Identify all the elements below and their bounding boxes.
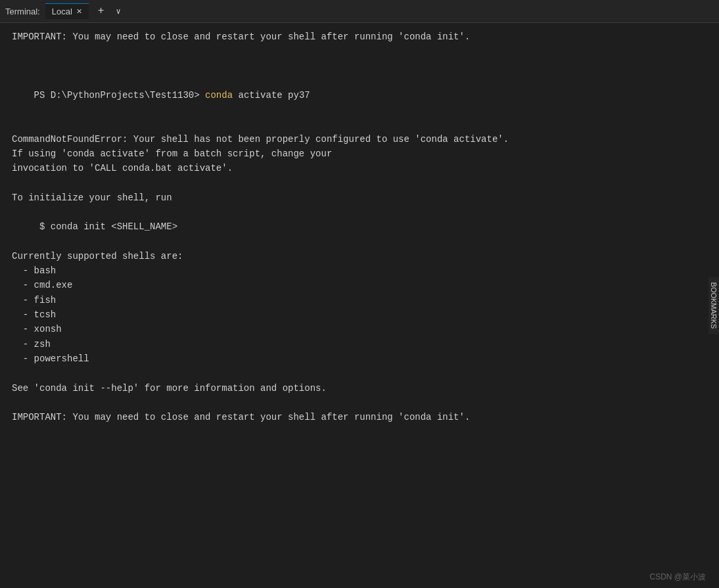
prompt-suffix: activate py37 xyxy=(233,90,310,101)
tab-name: Local xyxy=(52,7,72,16)
terminal-empty-line xyxy=(12,58,707,73)
terminal-empty-line xyxy=(12,176,707,191)
prompt-prefix: PS D:\PythonProjects\Test1130> xyxy=(34,90,205,101)
terminal-body: IMPORTANT: You may need to close and res… xyxy=(0,23,719,588)
terminal-line: - bash xyxy=(12,263,707,278)
new-tab-button[interactable]: + xyxy=(94,5,108,17)
terminal-line: - cmd.exe xyxy=(12,278,707,292)
tab-dropdown-button[interactable]: ∨ xyxy=(113,7,123,16)
conda-keyword: conda xyxy=(205,90,233,101)
bookmarks-sidebar[interactable]: BOOKMARKS xyxy=(708,277,719,334)
terminal-line: To initialize your shell, run xyxy=(12,191,707,205)
terminal-empty-line xyxy=(12,44,707,58)
terminal-line: - tcsh xyxy=(12,307,707,322)
terminal-line: - fish xyxy=(12,293,707,307)
terminal-line: If using 'conda activate' from a batch s… xyxy=(12,147,707,161)
terminal-empty-line xyxy=(12,396,707,410)
terminal-empty-line xyxy=(12,205,707,219)
terminal-line: IMPORTANT: You may need to close and res… xyxy=(12,410,707,424)
terminal-line: CommandNotFoundError: Your shell has not… xyxy=(12,132,707,147)
terminal-line: Currently supported shells are: xyxy=(12,249,707,263)
prompt-line: PS D:\PythonProjects\Test1130> conda act… xyxy=(12,73,707,117)
terminal-line: - zsh xyxy=(12,337,707,351)
terminal-empty-line xyxy=(12,118,707,132)
terminal-line: IMPORTANT: You may need to close and res… xyxy=(12,30,707,44)
terminal-empty-line xyxy=(12,235,707,249)
terminal-empty-line xyxy=(12,367,707,381)
terminal-line: - xonsh xyxy=(12,322,707,336)
terminal-line: invocation to 'CALL conda.bat activate'. xyxy=(12,161,707,175)
terminal-line: See 'conda init --help' for more informa… xyxy=(12,381,707,396)
terminal-line: $ conda init <SHELL_NAME> xyxy=(12,219,707,234)
terminal-label: Terminal: xyxy=(5,7,40,16)
title-bar: Terminal: Local ✕ + ∨ xyxy=(0,0,719,23)
local-tab[interactable]: Local ✕ xyxy=(45,3,89,19)
tab-close-icon[interactable]: ✕ xyxy=(76,7,82,16)
watermark: CSDN @菜小波 xyxy=(649,572,706,583)
terminal-line: - powershell xyxy=(12,351,707,366)
